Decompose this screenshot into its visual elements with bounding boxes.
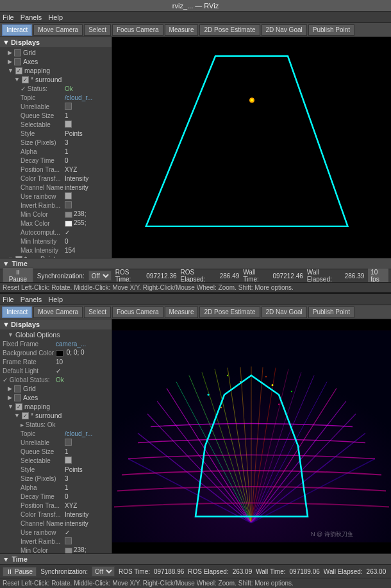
grid-checkbox-bottom[interactable] xyxy=(14,385,21,392)
canvas-bottom[interactable]: N @ 诗韵秋刀鱼 xyxy=(112,319,391,553)
select-button[interactable]: Select xyxy=(84,24,111,36)
sync-select-top[interactable]: Off xyxy=(88,271,112,281)
focus-camera-button[interactable]: Focus Camera xyxy=(112,24,163,36)
sidebar-item-grid[interactable]: ▶ Grid xyxy=(0,48,112,57)
sidebar-item-axes-bottom[interactable]: ▶ Axes xyxy=(0,393,112,402)
max-color-row[interactable]: Max Color 255; xyxy=(0,219,112,228)
mapping-checkbox[interactable]: ✓ xyxy=(15,67,22,74)
b-color-transf-row[interactable]: Color Transf... Intensity xyxy=(0,510,112,519)
status-text-bottom: Reset Left-Click: Rotate. Middle-Click: … xyxy=(3,580,294,587)
b-selectable-row[interactable]: Selectable xyxy=(0,456,112,465)
b-alpha-row[interactable]: Alpha 1 xyxy=(0,483,112,492)
surround-arrow-bottom: ▼ xyxy=(14,412,20,419)
b-queue-row[interactable]: Queue Size 1 xyxy=(0,447,112,456)
ros-time-val-bottom: 097188.96 xyxy=(154,568,184,575)
b-channel-row[interactable]: Channel Name intensity xyxy=(0,519,112,528)
menu-help[interactable]: Help xyxy=(48,13,63,21)
displays-header: ▼ Displays xyxy=(0,37,112,48)
axes-checkbox-bottom[interactable] xyxy=(14,394,21,401)
b-invert-row[interactable]: Invert Rainb... xyxy=(0,537,112,546)
menu-panels[interactable]: Panels xyxy=(21,13,42,21)
canvas-top[interactable] xyxy=(112,37,391,258)
timebar-top: ▼ Time xyxy=(0,258,391,269)
sidebar-item-mapping-bottom[interactable]: ▼ ✓ mapping xyxy=(0,402,112,411)
timebar-controls-top: ⏸ Pause Synchronization: Off ROS Time: 0… xyxy=(0,269,391,282)
b-size-row[interactable]: Size (Pixels) 3 xyxy=(0,474,112,483)
b-rainbow-row[interactable]: Use rainbow ✓ xyxy=(0,528,112,537)
pose-estimate-button[interactable]: 2D Pose Estimate xyxy=(199,24,260,36)
interact-button-bottom[interactable]: Interact xyxy=(2,307,32,318)
mapping-label-bottom: mapping xyxy=(24,403,50,410)
surround-checkbox[interactable]: ✓ xyxy=(22,76,29,83)
background-color-row[interactable]: Background Color 0; 0; 0 xyxy=(0,348,112,357)
style-row[interactable]: Style Points xyxy=(0,129,112,138)
measure-button-bottom[interactable]: Measure xyxy=(165,307,199,318)
wall-time-label-top: Wall Time: xyxy=(243,269,269,283)
focus-camera-button-bottom[interactable]: Focus Camera xyxy=(112,307,163,318)
min-intensity-row[interactable]: Min Intensity 0 xyxy=(0,237,112,246)
frame-rate-row[interactable]: Frame Rate 10 xyxy=(0,357,112,366)
min-color-row[interactable]: Min Color 238; xyxy=(0,210,112,219)
unreliable-row[interactable]: Unreliable xyxy=(0,102,112,111)
queue-size-row[interactable]: Queue Size 1 xyxy=(0,111,112,120)
sidebar-item-mapping[interactable]: ▼ ✓ mapping xyxy=(0,66,112,75)
max-intensity-row[interactable]: Max Intensity 154 xyxy=(0,246,112,255)
pause-button-bottom[interactable]: ⏸ Pause xyxy=(3,567,37,576)
measure-button[interactable]: Measure xyxy=(165,24,199,36)
toolbar-top: Interact Move Camera Select Focus Camera… xyxy=(0,23,391,37)
decay-row[interactable]: Decay Time 0 xyxy=(0,156,112,165)
b-topic-row[interactable]: Topic /cloud_r... xyxy=(0,429,112,438)
sidebar-item-axes[interactable]: ▶ Axes xyxy=(0,57,112,66)
global-options-item[interactable]: ▼ Global Options xyxy=(0,330,112,339)
menu-help-bottom[interactable]: Help xyxy=(48,296,63,303)
mapping-checkbox-bottom[interactable]: ✓ xyxy=(15,403,22,410)
color-transf-row[interactable]: Color Transf... Intensity xyxy=(0,174,112,183)
select-button-bottom[interactable]: Select xyxy=(84,307,111,318)
default-light-row[interactable]: Default Light ✓ xyxy=(0,366,112,375)
b-style-row[interactable]: Style Points xyxy=(0,465,112,474)
b-status-row: ▸ Status: Ok xyxy=(0,420,112,429)
position-row[interactable]: Position Tra... XYZ xyxy=(0,165,112,174)
status-text-top: Reset Left-Click: Rotate. Middle-Click: … xyxy=(3,284,294,291)
alpha-row[interactable]: Alpha 1 xyxy=(0,147,112,156)
move-camera-button-bottom[interactable]: Move Camera xyxy=(33,307,83,318)
b-unreliable-row[interactable]: Unreliable xyxy=(0,438,112,447)
nav-goal-button-bottom[interactable]: 2D Nav Goal xyxy=(262,307,307,318)
size-row[interactable]: Size (Pixels) 3 xyxy=(0,138,112,147)
menu-file-bottom[interactable]: File xyxy=(3,296,14,303)
b-decay-row[interactable]: Decay Time 0 xyxy=(0,492,112,501)
timebar-arrow-bottom: ▼ xyxy=(3,555,9,563)
sidebar-item-grid-bottom[interactable]: ▶ Grid xyxy=(0,384,112,393)
channel-name-row[interactable]: Channel Name intensity xyxy=(0,183,112,192)
menubar: File Panels Help xyxy=(0,12,391,23)
b-position-row[interactable]: Position Tra... XYZ xyxy=(0,501,112,510)
publish-point-button[interactable]: Publish Point xyxy=(308,24,354,36)
move-camera-button[interactable]: Move Camera xyxy=(33,24,83,36)
menubar-bottom: File Panels Help xyxy=(0,294,391,305)
b-mincolor-row[interactable]: Min Color 238; xyxy=(0,546,112,553)
sidebar-item-surround-bottom[interactable]: ▼ ✓ * surround xyxy=(0,411,112,420)
surround-checkbox-bottom[interactable]: ✓ xyxy=(22,412,29,419)
fixed-frame-row[interactable]: Fixed Frame camera_... xyxy=(0,339,112,348)
nav-goal-button[interactable]: 2D Nav Goal xyxy=(262,24,307,36)
menu-panels-bottom[interactable]: Panels xyxy=(21,296,42,303)
autocompute-row[interactable]: Autocomput... ✓ xyxy=(0,228,112,237)
top-panel: rviz_... — RViz File Panels Help Interac… xyxy=(0,0,391,294)
wall-elapsed-val-bottom: 263.00 xyxy=(367,568,387,575)
axes-checkbox[interactable] xyxy=(14,58,21,65)
menu-file[interactable]: File xyxy=(3,13,14,21)
use-rainbow-row[interactable]: Use rainbow xyxy=(0,192,112,201)
surround-arrow: ▼ xyxy=(14,76,20,83)
expand-icon: ▼ xyxy=(3,38,10,46)
sync-select-bottom[interactable]: Off xyxy=(92,566,115,576)
invert-rainbow-row[interactable]: Invert Rainb... xyxy=(0,201,112,210)
publish-point-button-bottom[interactable]: Publish Point xyxy=(308,307,354,318)
topic-row-top[interactable]: Topic /cloud_r... xyxy=(0,93,112,102)
selectable-row[interactable]: Selectable xyxy=(0,120,112,129)
svg-point-34 xyxy=(278,404,279,405)
pose-estimate-button-bottom[interactable]: 2D Pose Estimate xyxy=(199,307,260,318)
axes-arrow: ▶ xyxy=(8,58,12,65)
interact-button[interactable]: Interact xyxy=(2,24,32,36)
sidebar-item-surround[interactable]: ▼ ✓ * surround xyxy=(0,75,112,84)
grid-checkbox[interactable] xyxy=(14,49,21,56)
